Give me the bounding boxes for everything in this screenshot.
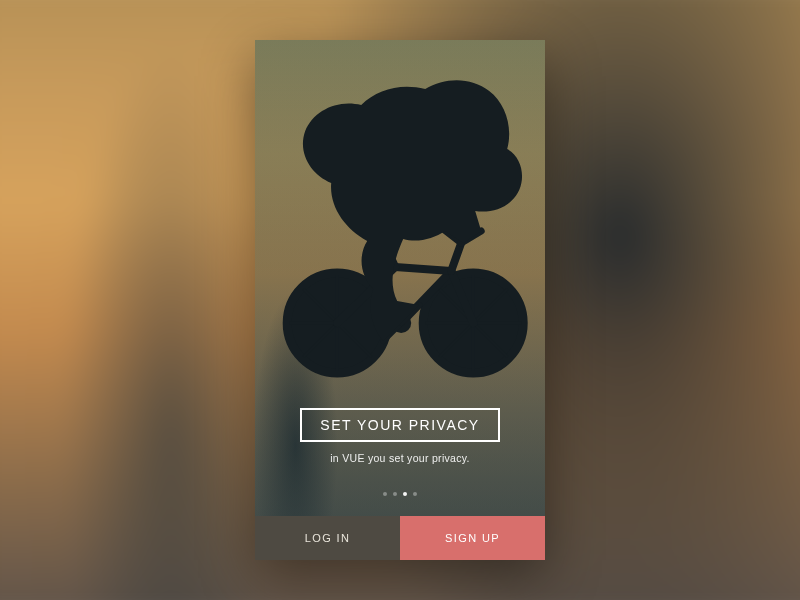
page-dot[interactable] [383,492,387,496]
phone-frame: SET YOUR PRIVACY in VUE you set your pri… [255,40,545,560]
svg-line-16 [451,243,461,271]
page-dot[interactable] [403,492,407,496]
onboarding-copy: SET YOUR PRIVACY in VUE you set your pri… [255,408,545,464]
signup-button[interactable]: SIGN UP [400,516,545,560]
bmx-silhouette-icon [275,71,535,381]
page-dot[interactable] [393,492,397,496]
page-indicator[interactable] [255,492,545,496]
subtitle: in VUE you set your privacy. [330,452,470,464]
svg-line-14 [395,267,451,271]
login-button[interactable]: LOG IN [255,516,400,560]
auth-button-row: LOG IN SIGN UP [255,516,545,560]
page-dot[interactable] [413,492,417,496]
headline: SET YOUR PRIVACY [300,408,499,442]
